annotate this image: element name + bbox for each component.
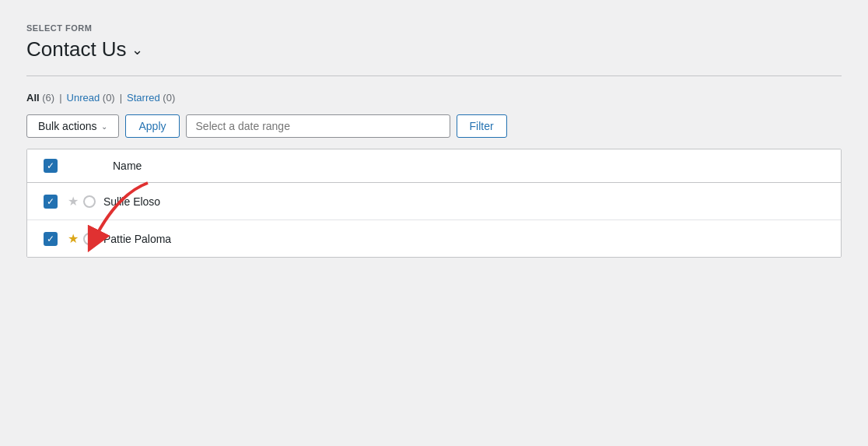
apply-button[interactable]: Apply: [125, 114, 179, 138]
tab-all[interactable]: All (6): [26, 92, 54, 104]
toolbar-row: Bulk actions ⌄ Apply Filter: [26, 114, 842, 138]
tab-unread[interactable]: Unread (0): [67, 92, 115, 104]
row-2-name: Pattie Paloma: [103, 233, 171, 245]
row-2-icons: ★: [68, 231, 96, 246]
select-all-checkbox-wrap[interactable]: ✓: [40, 159, 61, 173]
bulk-actions-button[interactable]: Bulk actions ⌄: [26, 114, 119, 138]
row-1-checkbox[interactable]: ✓: [44, 195, 58, 209]
form-title: Contact Us: [26, 37, 127, 61]
table-row: ✓ ★ Sullie Eloso: [27, 183, 841, 220]
column-header-name: Name: [113, 160, 142, 172]
row-2-checkbox[interactable]: ✓: [44, 232, 58, 246]
row-1-checkbox-wrap[interactable]: ✓: [40, 195, 61, 209]
row-2-checkbox-wrap[interactable]: ✓: [40, 232, 61, 246]
date-range-input[interactable]: [186, 114, 450, 138]
row-1-radio[interactable]: [83, 195, 96, 208]
select-all-checkbox[interactable]: ✓: [44, 159, 58, 173]
row-2-radio[interactable]: [83, 233, 96, 245]
row-2-checkmark-icon: ✓: [47, 234, 54, 244]
chevron-down-icon[interactable]: ⌄: [131, 41, 143, 58]
bulk-actions-chevron-icon: ⌄: [101, 122, 107, 131]
filter-button[interactable]: Filter: [457, 114, 507, 138]
entries-table: ✓ Name ✓: [26, 149, 842, 258]
page-container: SELECT FORM Contact Us ⌄ All (6) | Unrea…: [0, 0, 868, 446]
select-form-label: SELECT FORM: [26, 23, 842, 33]
table-row: ✓ ★ Pattie Paloma: [27, 220, 841, 257]
row-2-star-icon[interactable]: ★: [68, 231, 79, 246]
section-divider: [26, 76, 842, 76]
tab-separator-2: |: [120, 92, 122, 104]
checkmark-icon: ✓: [47, 161, 54, 170]
filter-tabs: All (6) | Unread (0) | Starred (0): [26, 92, 842, 104]
row-1-name: Sullie Eloso: [103, 195, 160, 208]
table-header-row: ✓ Name: [27, 149, 841, 183]
row-1-icons: ★: [68, 194, 96, 209]
row-1-star-icon[interactable]: ★: [68, 194, 79, 209]
tab-starred[interactable]: Starred (0): [127, 92, 175, 104]
row-1-checkmark-icon: ✓: [47, 197, 54, 206]
form-title-row: Contact Us ⌄: [26, 37, 842, 61]
tab-separator-1: |: [59, 92, 61, 104]
